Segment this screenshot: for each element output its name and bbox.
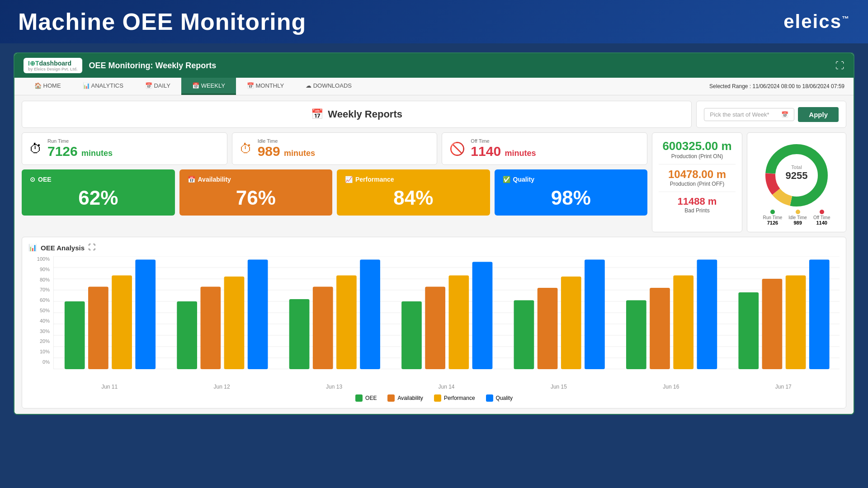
svg-rect-33 bbox=[561, 277, 581, 369]
main-metrics-row: ⏱ Run Time 7126 minutes ⏱ Idle Time 989 … bbox=[22, 132, 846, 232]
legend-availability: Availability bbox=[387, 394, 423, 402]
fullscreen-icon[interactable]: ⛶ bbox=[835, 61, 844, 71]
chart-svg bbox=[53, 256, 840, 369]
x-label: Jun 12 bbox=[165, 384, 278, 390]
x-label: Jun 11 bbox=[53, 384, 165, 390]
svg-rect-26 bbox=[360, 260, 380, 370]
legend-performance: Performance bbox=[434, 394, 475, 402]
svg-rect-41 bbox=[786, 276, 806, 370]
donut-center: Total 9255 bbox=[786, 164, 808, 182]
availability-label: 📅 Availability bbox=[188, 176, 325, 183]
print-on-label: Production (Print ON) bbox=[659, 153, 736, 160]
chart-legend: OEE Availability Performance Quality bbox=[28, 394, 840, 402]
production-panel: 600325.00 m Production (Print ON) 10478.… bbox=[652, 132, 742, 232]
nav-bar: 🏠 HOME 📊 ANALYTICS 📅 DAILY 📅 WEEKLY 📅 MO… bbox=[14, 78, 854, 95]
svg-rect-36 bbox=[650, 288, 670, 369]
svg-rect-25 bbox=[336, 276, 357, 370]
x-label: Jun 17 bbox=[727, 384, 840, 390]
quality-legend-box bbox=[486, 394, 493, 402]
off-time-icon: 🚫 bbox=[449, 141, 465, 156]
svg-rect-42 bbox=[809, 260, 830, 370]
idle-time-label: Idle Time bbox=[258, 138, 315, 144]
performance-card: 📈 Performance 84% bbox=[337, 169, 490, 216]
svg-rect-24 bbox=[313, 287, 333, 370]
dash-brand: I⊕Tdashboard by Eleics Design Pvt. Ltd. … bbox=[24, 58, 216, 73]
logo: eleics™ bbox=[783, 11, 850, 33]
svg-rect-22 bbox=[248, 260, 268, 370]
svg-rect-21 bbox=[224, 277, 245, 369]
y-axis: 100% 90% 80% 70% 60% 50% 40% 30% 20% 10%… bbox=[28, 256, 53, 365]
run-time-label: Run Time bbox=[47, 138, 113, 144]
brand-logo: I⊕Tdashboard by Eleics Design Pvt. Ltd. bbox=[24, 58, 82, 73]
donut-legend: Run Time 7126 Idle Time 989 Off Time 114… bbox=[763, 210, 830, 225]
chart-expand-button[interactable]: ⛶ bbox=[88, 244, 95, 252]
oee-analysis-section: 📊 OEE Analysis ⛶ 100% 90% 80% 70% 60% 50… bbox=[22, 237, 846, 408]
svg-rect-23 bbox=[289, 299, 310, 369]
dash-title: OEE Monitoring: Weekly Reports bbox=[89, 61, 217, 70]
availability-icon: 📅 bbox=[188, 176, 195, 183]
tab-daily[interactable]: 📅 DAILY bbox=[134, 78, 181, 95]
content-area: 📅 Weekly Reports Pick the start of Week*… bbox=[14, 95, 854, 414]
calendar-picker-icon[interactable]: 📅 bbox=[781, 111, 788, 118]
svg-rect-31 bbox=[514, 300, 534, 370]
tab-downloads[interactable]: ☁ DOWNLOADS bbox=[295, 78, 363, 95]
svg-rect-18 bbox=[135, 260, 156, 370]
availability-legend-box bbox=[387, 394, 395, 402]
off-time-label: Off Time bbox=[471, 138, 536, 144]
run-time-dot bbox=[770, 210, 775, 214]
svg-rect-20 bbox=[200, 287, 221, 370]
date-input-wrapper[interactable]: Pick the start of Week* 📅 bbox=[704, 108, 794, 121]
svg-rect-15 bbox=[65, 301, 85, 369]
donut-chart: Total 9255 bbox=[756, 139, 837, 207]
idle-time-icon: ⏱ bbox=[240, 141, 252, 156]
x-labels: Jun 11Jun 12Jun 13Jun 14Jun 15Jun 16Jun … bbox=[28, 384, 840, 390]
weekly-reports-title: Weekly Reports bbox=[328, 108, 402, 120]
x-label: Jun 14 bbox=[390, 384, 502, 390]
svg-rect-35 bbox=[626, 300, 646, 370]
tab-weekly[interactable]: 📅 WEEKLY bbox=[181, 78, 236, 95]
performance-icon: 📈 bbox=[345, 176, 353, 183]
print-on-value: 600325.00 m bbox=[659, 139, 736, 153]
quality-value: 98% bbox=[503, 187, 640, 209]
idle-time-card: ⏱ Idle Time 989 minutes bbox=[232, 132, 438, 165]
page-title: Machine OEE Monitoring bbox=[18, 8, 306, 35]
tab-analytics[interactable]: 📊 ANALYTICS bbox=[72, 78, 134, 95]
kpi-row: ⊙ OEE 62% 📅 Availability 76% bbox=[22, 169, 647, 216]
oee-value: 62% bbox=[30, 187, 167, 209]
run-time-card: ⏱ Run Time 7126 minutes bbox=[22, 132, 227, 165]
idle-time-value: 989 minutes bbox=[258, 144, 315, 159]
date-picker-area: Pick the start of Week* 📅 Apply bbox=[696, 101, 846, 128]
dashboard-container: I⊕Tdashboard by Eleics Design Pvt. Ltd. … bbox=[14, 52, 854, 415]
svg-rect-37 bbox=[673, 276, 693, 370]
bad-prints-label: Bad Prints bbox=[659, 207, 736, 214]
print-off-label: Production (Print OFF) bbox=[659, 181, 736, 187]
left-main: ⏱ Run Time 7126 minutes ⏱ Idle Time 989 … bbox=[22, 132, 647, 232]
availability-card: 📅 Availability 76% bbox=[179, 169, 333, 216]
tab-monthly[interactable]: 📅 MONTHLY bbox=[236, 78, 295, 95]
svg-rect-34 bbox=[585, 260, 605, 370]
svg-rect-39 bbox=[738, 292, 759, 369]
x-label: Jun 15 bbox=[503, 384, 615, 390]
svg-rect-30 bbox=[472, 262, 493, 370]
svg-rect-19 bbox=[177, 301, 197, 369]
print-off-value: 10478.00 m bbox=[659, 168, 736, 181]
donut-panel: Total 9255 Run Time 7126 Idle Time 989 bbox=[747, 132, 846, 232]
donut-total-value: 9255 bbox=[786, 170, 808, 182]
bad-prints-value: 11488 m bbox=[659, 196, 736, 207]
quality-icon: ✅ bbox=[503, 176, 510, 183]
idle-time-dot bbox=[796, 210, 800, 214]
off-time-dot bbox=[820, 210, 824, 214]
selected-range: Selected Range : 11/06/2024 08:00 to 18/… bbox=[709, 83, 844, 89]
apply-button[interactable]: Apply bbox=[798, 107, 839, 122]
x-label: Jun 13 bbox=[278, 384, 390, 390]
chart-title: 📊 OEE Analysis ⛶ bbox=[28, 244, 840, 252]
dash-header: I⊕Tdashboard by Eleics Design Pvt. Ltd. … bbox=[14, 53, 854, 78]
quality-card: ✅ Quality 98% bbox=[495, 169, 648, 216]
svg-rect-29 bbox=[448, 276, 469, 370]
tab-home[interactable]: 🏠 HOME bbox=[24, 78, 72, 95]
oee-icon: ⊙ bbox=[30, 176, 35, 183]
oee-label: ⊙ OEE bbox=[30, 176, 167, 183]
legend-run-time: Run Time 7126 bbox=[763, 210, 783, 225]
quality-label: ✅ Quality bbox=[503, 176, 640, 183]
performance-legend-box bbox=[434, 394, 441, 402]
